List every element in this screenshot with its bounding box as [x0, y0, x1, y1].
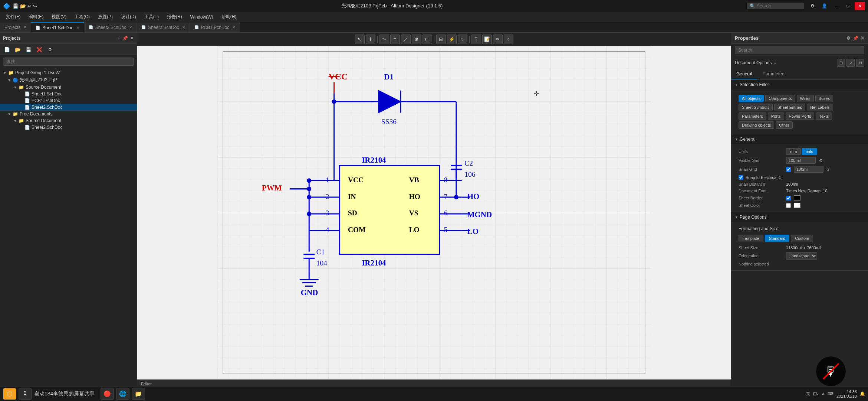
- global-search-input[interactable]: [757, 3, 801, 9]
- menu-view[interactable]: 视图(V): [48, 13, 70, 21]
- menu-help[interactable]: 帮助(H): [218, 13, 240, 21]
- props-pin-icon[interactable]: 📌: [853, 36, 858, 41]
- tab-parameters[interactable]: Parameters: [757, 69, 791, 79]
- tab-projects[interactable]: Projects ✕: [0, 22, 31, 32]
- unit-mils-btn[interactable]: mils: [802, 148, 817, 155]
- visible-grid-icon[interactable]: ⚙: [819, 158, 823, 163]
- tab-close-sheet2[interactable]: ✕: [129, 25, 132, 29]
- tree-sheet1[interactable]: 📄 Sheet1.SchDoc: [0, 91, 137, 97]
- snap-electrical-checkbox[interactable]: [739, 175, 743, 180]
- page-options-header[interactable]: ▼ Page Options: [731, 212, 868, 222]
- filter-other[interactable]: Other: [776, 121, 793, 129]
- doc-opt-icon3[interactable]: ⊡: [856, 59, 864, 67]
- sidebar-pin-icon[interactable]: 📌: [122, 36, 128, 41]
- schematic-drawing-area[interactable]: VCC D1 SS36 PWM: [137, 46, 731, 379]
- tree-sheet2[interactable]: 📄 Sheet2.SchDoc: [0, 104, 137, 111]
- menu-window[interactable]: Window(W): [187, 14, 217, 20]
- tab-pcb1[interactable]: 📄 PCB1.PcbDoc ✕: [190, 22, 240, 32]
- notification-icon[interactable]: 🔔: [860, 391, 865, 396]
- tree-source-doc[interactable]: ▼ 📁 Source Document: [0, 84, 137, 91]
- open-icon[interactable]: 📂: [20, 3, 26, 9]
- props-filter-icon[interactable]: ⚙: [846, 36, 851, 41]
- tree-project[interactable]: ▼ 🔵 光稿驱动2103.PrjP: [0, 76, 137, 84]
- sidebar-add-icon[interactable]: +: [118, 36, 120, 41]
- taskbar-orange-icon[interactable]: ⬡: [3, 388, 16, 400]
- tree-pcb1[interactable]: 📄 PCB1.PcbDoc: [0, 97, 137, 104]
- taskbar-edge-btn[interactable]: 🌐: [116, 388, 129, 400]
- orientation-select[interactable]: Landscape Portrait: [786, 252, 817, 260]
- tree-project-group[interactable]: ▼ 📁 Project Group 1.DsnW: [0, 69, 137, 76]
- sch-netlab-btn[interactable]: 🏷: [423, 35, 432, 44]
- sch-port-btn[interactable]: ▷: [458, 35, 467, 44]
- sheet-color-swatch[interactable]: [794, 203, 800, 208]
- props-close-icon[interactable]: ✕: [861, 36, 864, 41]
- filter-wires[interactable]: Wires: [797, 95, 814, 102]
- unit-mm-btn[interactable]: mm: [786, 148, 801, 155]
- sch-comp-btn[interactable]: ⊞: [436, 35, 446, 44]
- menu-tools[interactable]: 工具(T): [141, 13, 162, 21]
- tree-free-source[interactable]: ▼ 📁 Source Document: [0, 117, 137, 124]
- tab-close-projects[interactable]: ✕: [23, 25, 26, 29]
- sch-crosshair-btn[interactable]: ✛: [366, 35, 375, 44]
- menu-place[interactable]: 放置(P): [94, 13, 116, 21]
- sheet-border-checkbox[interactable]: [786, 196, 791, 200]
- standard-btn[interactable]: Standard: [765, 235, 790, 242]
- taskbar-app1[interactable]: 🔴: [101, 388, 114, 400]
- filter-ports[interactable]: Ports: [768, 113, 784, 120]
- filter-parameters[interactable]: Parameters: [739, 113, 766, 120]
- tab-close-sheet2b[interactable]: ✕: [182, 25, 185, 29]
- redo-icon[interactable]: ↪: [33, 3, 37, 9]
- sidebar-close-icon[interactable]: ✕: [130, 36, 134, 41]
- close-button[interactable]: ✕: [855, 2, 865, 10]
- sheet-color-checkbox[interactable]: [786, 203, 791, 208]
- save-project-btn[interactable]: 💾: [24, 45, 33, 54]
- tab-sheet2[interactable]: 📄 Sheet2.SchDoc ✕: [84, 22, 137, 32]
- filter-all-objects[interactable]: All objects: [739, 95, 764, 102]
- visible-grid-input[interactable]: [786, 157, 816, 164]
- sch-wire-btn[interactable]: 〜: [379, 35, 389, 44]
- sch-select-btn[interactable]: ↖: [355, 35, 365, 44]
- minimize-button[interactable]: ─: [831, 2, 841, 10]
- filter-sheet-entries[interactable]: Sheet Entries: [774, 104, 805, 111]
- snap-grid-input[interactable]: [794, 166, 823, 173]
- tab-general[interactable]: General: [731, 69, 757, 79]
- sch-power-btn[interactable]: ⚡: [447, 35, 457, 44]
- tree-free-docs[interactable]: ▼ 📁 Free Documents: [0, 111, 137, 117]
- save-icon[interactable]: 💾: [13, 3, 19, 9]
- tree-sheet2-free[interactable]: 📄 Sheet2.SchDoc: [0, 124, 137, 131]
- tab-sheet2b[interactable]: 📄 Sheet2.SchDoc ✕: [137, 22, 190, 32]
- tab-close-sheet1[interactable]: ✕: [76, 26, 79, 30]
- tab-close-pcb1[interactable]: ✕: [232, 25, 235, 29]
- taskbar-folder-btn[interactable]: 📁: [132, 388, 145, 400]
- filter-buses[interactable]: Buses: [815, 95, 834, 102]
- mic-overlay[interactable]: 🎙: [816, 356, 846, 386]
- tab-sheet1[interactable]: 📄 Sheet1.SchDoc ✕: [31, 22, 84, 32]
- filter-sheet-symbols[interactable]: Sheet Symbols: [739, 104, 773, 111]
- menu-file[interactable]: 文件(F): [2, 13, 24, 21]
- open-project-btn[interactable]: 📂: [13, 45, 23, 54]
- snap-grid-checkbox[interactable]: [786, 167, 791, 172]
- undo-icon[interactable]: ↩: [27, 3, 32, 9]
- new-project-btn[interactable]: 📄: [2, 45, 12, 54]
- template-btn[interactable]: Template: [739, 235, 763, 242]
- sch-bus-btn[interactable]: ≡: [390, 35, 400, 44]
- filter-components[interactable]: Components: [765, 95, 795, 102]
- doc-opt-icon1[interactable]: ⊞: [837, 59, 845, 67]
- sch-note-btn[interactable]: 📝: [482, 35, 492, 44]
- settings-icon[interactable]: ⚙: [807, 2, 818, 10]
- sch-line-btn[interactable]: ／: [401, 35, 411, 44]
- selection-filter-header[interactable]: ▼ Selection Filter: [731, 80, 868, 89]
- menu-edit[interactable]: 编辑(E): [25, 13, 47, 21]
- sch-draw-btn[interactable]: ✏: [493, 35, 503, 44]
- filter-texts[interactable]: Texts: [816, 113, 832, 120]
- menu-reports[interactable]: 报告(R): [163, 13, 186, 21]
- sidebar-search-input[interactable]: [3, 58, 134, 66]
- user-icon[interactable]: 👤: [819, 2, 829, 10]
- sch-text-btn[interactable]: T: [471, 35, 481, 44]
- settings-project-btn[interactable]: ⚙: [45, 45, 55, 54]
- keyboard-icon[interactable]: ⌨: [828, 391, 834, 396]
- sheet-border-color[interactable]: [794, 195, 800, 200]
- taskbar-mic-btn[interactable]: 🎙: [19, 388, 32, 400]
- filter-drawing-objects[interactable]: Drawing objects: [739, 121, 774, 129]
- properties-search-input[interactable]: [735, 46, 864, 54]
